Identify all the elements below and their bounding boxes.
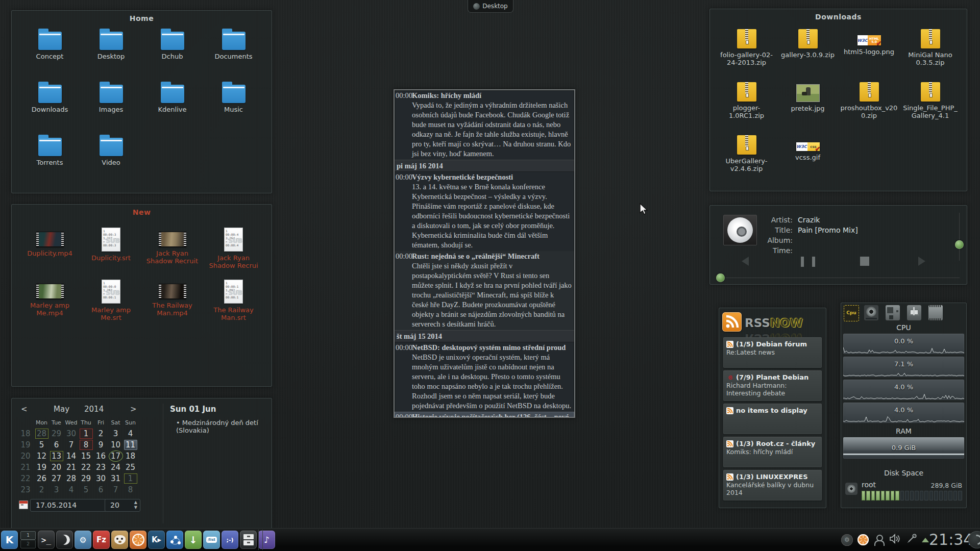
calendar-day[interactable]: 3 <box>109 429 122 439</box>
calendar-day[interactable]: 2 <box>35 485 48 495</box>
virtual-desktop-pager[interactable]: 1 2 <box>20 531 36 548</box>
kget[interactable]: ↓ <box>185 531 202 549</box>
konsole[interactable]: >_ <box>38 531 55 549</box>
pager-desktop-1[interactable]: 1 <box>20 531 36 540</box>
calendar-day[interactable]: 31 <box>109 473 122 484</box>
file-item[interactable]: Marley amp Me.mp4 <box>19 276 81 328</box>
filezilla[interactable]: Fz <box>93 531 110 549</box>
calendar-day[interactable]: 1 <box>80 429 93 439</box>
file-item[interactable]: 1 00:00:4 3,264 – > 00:00:4SUBJack Ryan … <box>203 223 264 276</box>
calendar-day[interactable]: 12 <box>35 451 48 461</box>
volume-slider-track[interactable] <box>959 213 960 261</box>
folder-item[interactable]: Desktop <box>81 26 142 79</box>
tray-expand-arrow[interactable] <box>922 538 929 542</box>
calendar-next-button[interactable]: > <box>130 405 137 414</box>
news-item[interactable]: 00:00Komiks: hříchy mládíVypadá to, že j… <box>395 90 574 160</box>
news-item[interactable]: 00:00Rust: nejedná se o „reálnější“ Mine… <box>395 251 574 330</box>
calendar-day[interactable]: 10 <box>109 440 122 450</box>
file-item[interactable]: 1 00:00:3 1,227 – > 00:00:3SUBDuplicity.… <box>81 223 142 276</box>
tray-tools-icon[interactable] <box>906 533 917 546</box>
feed-card[interactable]: (7/9) Planet DebianRichard Hartmann: Int… <box>723 370 822 401</box>
calendar-day[interactable]: 24 <box>109 462 122 472</box>
ktorrent[interactable] <box>166 531 183 549</box>
calendar-day[interactable]: 17 <box>109 451 122 461</box>
calendar-day[interactable]: 20 <box>50 462 63 472</box>
calendar-day[interactable]: 15 <box>80 451 93 461</box>
konversation[interactable]: /list <box>203 531 220 549</box>
calendar-day[interactable]: 30 <box>65 429 78 439</box>
calendar-day[interactable]: 13 <box>50 451 63 461</box>
kopete[interactable]: ;-) <box>222 531 238 549</box>
file-item[interactable]: Jack Ryan Shadow Recruit <box>142 223 203 276</box>
ram-tab[interactable] <box>928 305 943 320</box>
previous-button[interactable] <box>742 257 749 266</box>
network-tab[interactable] <box>907 305 921 320</box>
calendar-prev-button[interactable]: < <box>21 405 28 414</box>
news-ticker[interactable]: 00:00Komiks: hříchy mládíVypadá to, že j… <box>394 89 575 418</box>
file-item[interactable]: plogger-1.0RC1.zip <box>716 77 777 130</box>
calendar-day[interactable]: 26 <box>35 473 48 484</box>
calendar-day[interactable]: 4 <box>124 429 137 439</box>
calendar-day[interactable]: 5 <box>80 485 93 495</box>
calendar-day[interactable]: 28 <box>35 429 48 439</box>
tray-clementine-icon[interactable] <box>857 534 869 545</box>
file-item[interactable]: W3CHTML5.0✔html5-logo.png <box>839 24 900 77</box>
calendar-year-button[interactable]: 2014 <box>84 405 104 414</box>
folder-item[interactable]: Documents <box>203 26 264 79</box>
system-settings[interactable]: ⚙ <box>75 531 91 549</box>
file-item[interactable]: proshoutbox_v200.zip <box>839 77 900 130</box>
calendar-day[interactable]: 5 <box>35 440 48 450</box>
calendar-day[interactable]: 8 <box>124 485 137 495</box>
calendar-day[interactable]: 6 <box>50 440 63 450</box>
cpu-tab-selected[interactable]: Cpu <box>844 305 859 321</box>
feed-card[interactable]: (1/3) Root.cz - článkyKomiks: hříchy mlá… <box>723 437 822 467</box>
calendar-day[interactable]: 7 <box>109 485 122 495</box>
pause-button[interactable] <box>801 257 815 267</box>
file-item[interactable]: MiniGal Nano 0.3.5.zip <box>900 24 961 77</box>
calendar-day[interactable]: 19 <box>35 462 48 472</box>
volume-slider-knob[interactable] <box>955 240 964 249</box>
calendar-day[interactable]: 29 <box>80 473 93 484</box>
calendar-day[interactable]: 6 <box>94 485 108 495</box>
calendar-day[interactable]: 1 <box>124 473 137 484</box>
news-item[interactable]: 00:00Výzvy kybernetické bezpečnosti13. a… <box>395 172 574 251</box>
calendar-day[interactable]: 4 <box>65 485 78 495</box>
calendar-day[interactable]: 23 <box>94 462 108 472</box>
next-button[interactable] <box>918 257 925 266</box>
calendar-day[interactable]: 28 <box>65 473 78 484</box>
folder-item[interactable]: Kdenlive <box>142 79 203 132</box>
spinner-arrows-icon[interactable]: ▲▼ <box>134 500 137 510</box>
file-item[interactable]: folio-gallery-02-24-2013.zip <box>716 24 777 77</box>
file-item[interactable]: 1 00:00:0 1,383 – > 00:00:1SUBMarley amp… <box>81 276 142 328</box>
calendar-day[interactable]: 11 <box>124 440 137 450</box>
calendar-date-input[interactable]: 17.05.2014 <box>30 499 107 512</box>
calendar-day[interactable]: 27 <box>50 473 63 484</box>
calendar-day[interactable]: 25 <box>124 462 137 472</box>
file-item[interactable]: W3Ccss✔vcss.gif <box>777 130 839 183</box>
panel-separator[interactable] <box>258 530 263 550</box>
file-drawers[interactable] <box>240 531 257 549</box>
calendar-day[interactable]: 2 <box>94 429 108 439</box>
yakuake[interactable] <box>56 531 73 549</box>
file-item[interactable]: Single_File_PHP_Gallery_4.1 <box>900 77 961 130</box>
calendar-day[interactable]: 29 <box>50 429 63 439</box>
kde-launcher[interactable]: K <box>1 531 18 549</box>
file-item[interactable]: Duplicity.mp4 <box>19 223 81 276</box>
clementine[interactable] <box>130 531 146 549</box>
feed-card[interactable]: no items to display <box>723 404 822 434</box>
calendar-month-button[interactable]: May <box>54 405 69 414</box>
tray-volume-icon[interactable] <box>889 533 901 546</box>
feed-card[interactable]: (1/3) LINUXEXPRESKancelářské balíky v du… <box>723 470 822 500</box>
hardware-tab[interactable] <box>886 305 900 320</box>
file-item[interactable]: pretek.jpg <box>777 77 839 130</box>
stop-button[interactable] <box>860 257 869 266</box>
file-item[interactable]: The Railway Man.mp4 <box>142 276 203 328</box>
tray-user-icon[interactable] <box>873 534 885 545</box>
calendar-day[interactable]: 8 <box>80 440 93 450</box>
digital-clock[interactable]: 21:34 <box>929 529 973 551</box>
seek-slider-knob[interactable] <box>716 273 725 282</box>
folder-item[interactable]: Concept <box>19 26 81 79</box>
file-item[interactable]: UberGallery-v2.4.6.zip <box>716 130 777 183</box>
folder-item[interactable]: Video <box>81 132 142 185</box>
desktop-toolbox[interactable]: Desktop <box>468 0 513 13</box>
